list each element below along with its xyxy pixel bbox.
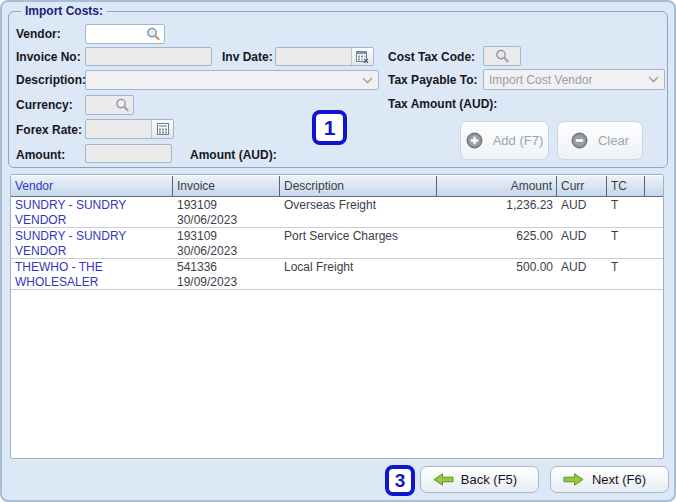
cell-description: Overseas Freight	[280, 197, 437, 227]
chevron-down-icon[interactable]	[362, 77, 378, 84]
invoice-number: 193109	[177, 198, 276, 213]
add-button[interactable]: Add (F7)	[460, 121, 549, 160]
forex-rate-label: Forex Rate:	[16, 123, 82, 137]
cell-tax-code: T	[607, 259, 645, 289]
cell-description: Port Service Charges	[280, 228, 437, 258]
tax-payable-to-select[interactable]: Import Cost Vendor	[483, 69, 665, 90]
column-header-description[interactable]: Description	[280, 176, 437, 196]
tax-payable-to-label: Tax Payable To:	[388, 73, 478, 87]
tax-payable-to-value: Import Cost Vendor	[484, 73, 592, 87]
tutorial-step-3-badge: 3	[385, 465, 415, 496]
arrow-left-icon	[433, 473, 454, 486]
date-picker-icon[interactable]	[351, 48, 373, 65]
currency-input[interactable]	[85, 95, 134, 115]
search-icon[interactable]	[495, 49, 510, 64]
cell-invoice: 193109 30/06/2023	[173, 228, 280, 258]
cell-invoice: 541336 19/09/2023	[173, 259, 280, 289]
back-button-label: Back (F5)	[454, 472, 538, 487]
vendor-label: Vendor:	[16, 27, 61, 41]
table-row[interactable]: SUNDRY - SUNDRY VENDOR 193109 30/06/2023…	[11, 197, 663, 228]
cost-tax-code-input[interactable]	[483, 46, 521, 66]
cell-tax-code: T	[607, 197, 645, 227]
column-header-invoice[interactable]: Invoice	[173, 176, 280, 196]
add-button-label: Add (F7)	[493, 133, 544, 148]
next-button-label: Next (F6)	[584, 472, 668, 487]
description-select[interactable]	[85, 70, 379, 90]
back-button[interactable]: Back (F5)	[420, 466, 539, 493]
chevron-down-icon[interactable]	[648, 76, 664, 83]
cell-tax-code: T	[607, 228, 645, 258]
amount-label: Amount:	[16, 148, 65, 162]
cell-invoice: 193109 30/06/2023	[173, 197, 280, 227]
cost-tax-code-label: Cost Tax Code:	[388, 50, 475, 64]
column-header-amount[interactable]: Amount	[437, 176, 557, 196]
tutorial-step-1-badge: 1	[312, 110, 347, 145]
invoice-number: 541336	[177, 260, 276, 275]
invoice-number: 193109	[177, 229, 276, 244]
currency-label: Currency:	[16, 98, 73, 112]
column-header-vendor[interactable]: Vendor	[11, 176, 173, 196]
cell-amount: 500.00	[437, 259, 557, 289]
column-header-curr[interactable]: Curr	[557, 176, 607, 196]
import-costs-table: Vendor Invoice Description Amount Curr T…	[10, 174, 664, 459]
arrow-right-icon	[563, 473, 584, 486]
description-label: Description:	[16, 73, 86, 87]
invoice-date: 19/09/2023	[177, 275, 276, 289]
cell-vendor: SUNDRY - SUNDRY VENDOR	[11, 197, 173, 227]
column-header-tc[interactable]: TC	[607, 176, 645, 196]
groupbox-title: Import Costs:	[21, 4, 107, 18]
invoice-date: 30/06/2023	[177, 244, 276, 258]
search-icon[interactable]	[146, 27, 164, 42]
cell-amount: 625.00	[437, 228, 557, 258]
cell-vendor: THEWHO - THE WHOLESALER	[11, 259, 173, 289]
table-row[interactable]: THEWHO - THE WHOLESALER 541336 19/09/202…	[11, 259, 663, 290]
minus-circle-icon	[571, 132, 588, 149]
calculator-icon[interactable]	[151, 120, 173, 138]
inv-date-label: Inv Date:	[222, 50, 273, 64]
invoice-no-input[interactable]	[85, 47, 212, 66]
amount-aud-label: Amount (AUD):	[190, 148, 277, 162]
cell-description: Local Freight	[280, 259, 437, 289]
cell-currency: AUD	[557, 197, 607, 227]
cell-vendor: SUNDRY - SUNDRY VENDOR	[11, 228, 173, 258]
cell-amount: 1,236.23	[437, 197, 557, 227]
invoice-date: 30/06/2023	[177, 213, 276, 227]
invoice-no-label: Invoice No:	[16, 50, 81, 64]
table-header-row: Vendor Invoice Description Amount Curr T…	[11, 175, 663, 197]
search-icon[interactable]	[115, 98, 133, 113]
clear-button[interactable]: Clear	[557, 121, 643, 160]
table-row[interactable]: SUNDRY - SUNDRY VENDOR 193109 30/06/2023…	[11, 228, 663, 259]
amount-input[interactable]	[85, 144, 172, 163]
clear-button-label: Clear	[598, 133, 629, 148]
vendor-input[interactable]	[85, 24, 165, 44]
import-costs-window: Import Costs: Vendor: Invoice No: Inv Da…	[0, 0, 676, 502]
next-button[interactable]: Next (F6)	[550, 466, 669, 493]
cell-currency: AUD	[557, 259, 607, 289]
inv-date-input[interactable]	[275, 47, 374, 66]
plus-circle-icon	[466, 132, 483, 149]
cell-currency: AUD	[557, 228, 607, 258]
forex-rate-input[interactable]	[85, 119, 174, 139]
column-header-filler	[645, 176, 663, 196]
tax-amount-aud-label: Tax Amount (AUD):	[388, 97, 497, 111]
